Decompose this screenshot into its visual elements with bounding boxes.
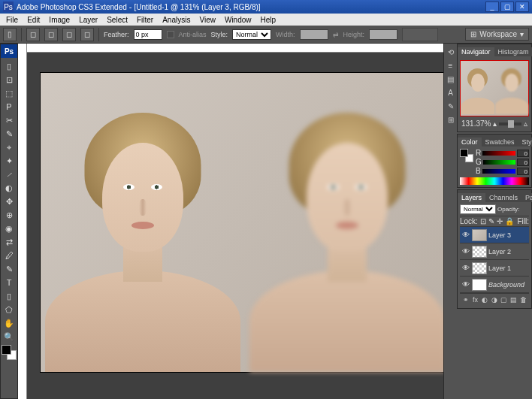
g-value[interactable]: 0 (517, 159, 529, 166)
menu-analysis[interactable]: Analysis (158, 15, 195, 25)
layer-name[interactable]: Layer 2 (488, 248, 527, 255)
dock-icon-5[interactable]: ⊞ (446, 114, 456, 125)
tab-navigator[interactable]: Navigator (458, 47, 494, 56)
tool-15[interactable]: ✎ (2, 262, 17, 276)
tool-8[interactable]: ⟋ (2, 168, 17, 181)
menu-window[interactable]: Window (220, 15, 256, 25)
tool-11[interactable]: ⊕ (2, 208, 17, 222)
tab-styles[interactable]: Styles (518, 138, 532, 147)
fg-color[interactable] (2, 345, 11, 355)
menu-image[interactable]: Image (44, 15, 74, 25)
zoom-slider[interactable] (499, 122, 521, 125)
fx-icon[interactable]: fx (471, 295, 480, 304)
layer-row[interactable]: 👁Background (460, 277, 529, 293)
feather-input[interactable] (134, 29, 162, 40)
workspace-button[interactable]: ⊞ Workspace ▾ (465, 28, 529, 41)
new-layer-icon[interactable]: ▤ (509, 295, 518, 304)
adjust-icon[interactable]: ◑ (490, 295, 499, 304)
selection-sub-icon[interactable]: ◻ (62, 28, 76, 41)
tool-0[interactable]: ▯ (2, 59, 17, 73)
menu-view[interactable]: View (195, 15, 220, 25)
mask-icon[interactable]: ◐ (480, 295, 489, 304)
dock-icon-2[interactable]: ▤ (446, 74, 456, 84)
layer-row[interactable]: 👁Layer 3 (460, 227, 529, 243)
b-slider[interactable] (482, 169, 515, 174)
tool-18[interactable]: ⬠ (2, 303, 17, 316)
g-slider[interactable] (483, 160, 515, 165)
layer-name[interactable]: Layer 3 (488, 231, 527, 239)
tool-1[interactable]: ⊡ (2, 73, 17, 86)
menu-file[interactable]: File (2, 15, 23, 25)
visibility-icon[interactable]: 👁 (461, 247, 470, 256)
tool-2[interactable]: ⬚ (2, 86, 17, 100)
tool-20[interactable]: 🔍 (2, 330, 17, 343)
dock-icon-4[interactable]: ✎ (446, 101, 456, 111)
tab-layers[interactable]: Layers (458, 193, 485, 202)
menu-layer[interactable]: Layer (74, 15, 102, 25)
tool-12[interactable]: ◉ (2, 222, 17, 235)
tool-13[interactable]: ⇄ (2, 235, 17, 249)
blend-mode-select[interactable]: Normal (460, 204, 496, 214)
tab-histogram[interactable]: Histogram (494, 47, 532, 56)
layer-row[interactable]: 👁Layer 1 (460, 260, 529, 277)
layer-thumbnail[interactable] (472, 279, 487, 291)
zoom-in-icon[interactable]: ▵ (524, 119, 527, 128)
layer-name[interactable]: Background (488, 281, 527, 289)
b-value[interactable]: 0 (517, 168, 529, 175)
tool-19[interactable]: ✋ (2, 316, 17, 330)
navigator-thumbnail[interactable] (460, 60, 529, 116)
tool-3[interactable]: P (2, 100, 17, 113)
marquee-tool-icon[interactable]: ▯ (3, 28, 17, 41)
trash-icon[interactable]: 🗑 (518, 295, 527, 304)
lock-pos-icon[interactable]: ✛ (497, 217, 503, 225)
visibility-icon[interactable]: 👁 (461, 280, 470, 289)
dock-icon-3[interactable]: A (446, 87, 456, 98)
tool-10[interactable]: ✥ (2, 195, 17, 208)
r-slider[interactable] (482, 151, 515, 156)
layer-thumbnail[interactable] (472, 246, 487, 258)
canvas-area[interactable]: + (18, 44, 443, 399)
tool-7[interactable]: ✦ (2, 154, 17, 168)
color-spectrum[interactable] (460, 177, 529, 185)
menu-filter[interactable]: Filter (132, 15, 158, 25)
dock-icon-1[interactable]: ≡ (446, 60, 456, 71)
layer-row[interactable]: 👁Layer 2 (460, 243, 529, 260)
r-value[interactable]: 0 (517, 150, 529, 157)
document[interactable] (40, 72, 443, 373)
tool-14[interactable]: 🖊 (2, 249, 17, 262)
lock-pixels-icon[interactable]: ✎ (488, 217, 494, 225)
layer-thumbnail[interactable] (472, 262, 487, 274)
tab-channels[interactable]: Channels (485, 193, 521, 202)
tab-color[interactable]: Color (458, 138, 482, 147)
style-select[interactable]: Normal (232, 29, 271, 40)
layer-name[interactable]: Layer 1 (488, 264, 527, 272)
close-button[interactable]: ✕ (515, 2, 529, 12)
zoom-value[interactable]: 131.37% (461, 119, 491, 128)
menu-help[interactable]: Help (256, 15, 281, 25)
color-swatch-panel[interactable] (460, 149, 473, 162)
tool-17[interactable]: ▯ (2, 289, 17, 303)
tab-paths[interactable]: Paths (521, 193, 532, 202)
tool-9[interactable]: ◐ (2, 181, 17, 195)
color-swatch[interactable] (2, 345, 17, 360)
tool-16[interactable]: T (2, 276, 17, 289)
lock-trans-icon[interactable]: ⊡ (480, 217, 486, 225)
dock-icon-0[interactable]: ⟲ (446, 47, 456, 57)
tab-swatches[interactable]: Swatches (482, 138, 518, 147)
lock-all-icon[interactable]: 🔒 (505, 217, 514, 225)
maximize-button[interactable]: ▢ (500, 2, 514, 12)
tool-6[interactable]: ⌖ (2, 141, 17, 154)
tool-4[interactable]: ✂ (2, 113, 17, 127)
menu-edit[interactable]: Edit (23, 15, 44, 25)
selection-int-icon[interactable]: ◻ (80, 28, 94, 41)
selection-new-icon[interactable]: ◻ (26, 28, 40, 41)
visibility-icon[interactable]: 👁 (461, 264, 470, 273)
visibility-icon[interactable]: 👁 (461, 231, 470, 240)
menu-select[interactable]: Select (102, 15, 132, 25)
tool-5[interactable]: ✎ (2, 127, 17, 141)
link-layers-icon[interactable]: ⚭ (461, 295, 470, 304)
folder-icon[interactable]: ▢ (500, 295, 509, 304)
layer-thumbnail[interactable] (472, 229, 487, 241)
zoom-out-icon[interactable]: ▴ (493, 119, 497, 128)
selection-add-icon[interactable]: ◻ (44, 28, 58, 41)
